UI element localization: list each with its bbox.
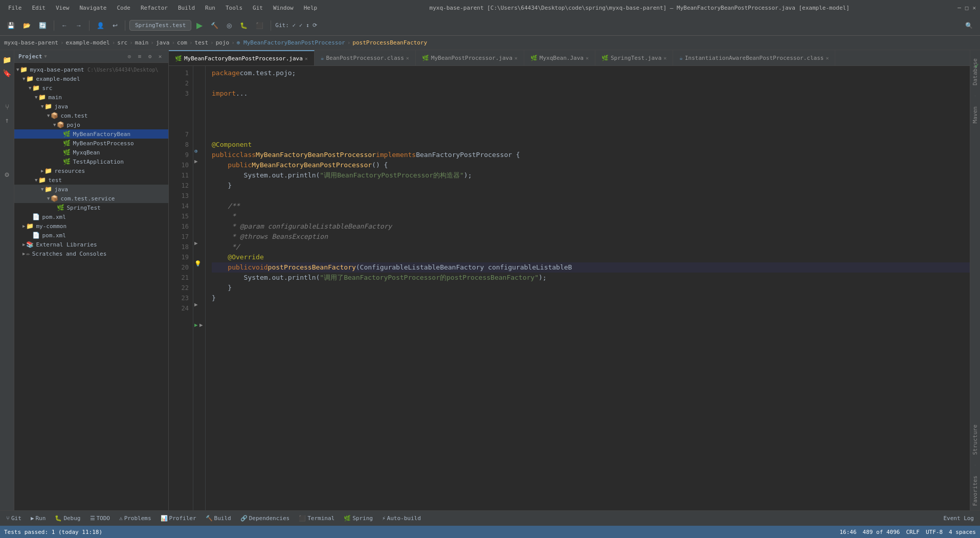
tree-item-comtest[interactable]: ▼ 📦 com.test xyxy=(14,111,168,120)
run-icon-line20[interactable]: ▶ xyxy=(194,322,198,328)
bottom-run-btn[interactable]: ▶ Run xyxy=(27,513,50,523)
toolbar-undo-btn[interactable]: ↩ xyxy=(109,20,121,31)
toolbar-build-btn[interactable]: 🔨 xyxy=(208,20,221,31)
toolbar-stop-btn[interactable]: ⬛ xyxy=(253,20,266,31)
sidebar-icon-git[interactable]: ⑂ xyxy=(2,101,13,113)
tab-close-beanpost[interactable]: ✕ xyxy=(406,55,409,61)
breadcrumb-pojo[interactable]: pojo xyxy=(216,39,230,46)
tree-item-src[interactable]: ▼ 📁 src xyxy=(14,83,168,93)
breadcrumb-root[interactable]: myxq-base-parent xyxy=(4,39,58,46)
tree-item-mycommon[interactable]: ▶ 📁 my-common xyxy=(14,221,168,231)
breadcrumb-method[interactable]: postProcessBeanFactory xyxy=(352,39,427,46)
tree-item-test[interactable]: ▼ 📁 test xyxy=(14,175,168,185)
breadcrumb-src[interactable]: src xyxy=(117,39,127,46)
bottom-profiler-btn[interactable]: 📊 Profiler xyxy=(157,513,201,523)
tree-item-main[interactable]: ▼ 📁 main xyxy=(14,93,168,102)
menu-window[interactable]: Window xyxy=(269,4,298,12)
run-button[interactable]: ▶ xyxy=(193,18,206,32)
project-locate-icon[interactable]: ⊙ xyxy=(125,52,133,60)
tree-item-myxqbean[interactable]: ▶ 🌿 MyxqBean xyxy=(14,148,168,157)
tree-item-java[interactable]: ▼ 📁 java xyxy=(14,102,168,111)
minimize-btn[interactable]: ─ xyxy=(957,5,961,11)
tree-item-root[interactable]: ▼ 📁 myxq-base-parent C:\Users\64434\Desk… xyxy=(14,65,168,74)
rtab-database[interactable]: Database xyxy=(971,54,979,89)
toolbar-user-btn[interactable]: 👤 xyxy=(94,20,107,31)
sidebar-icon-settings[interactable]: ⚙ xyxy=(2,169,13,180)
bottom-terminal-btn[interactable]: ⬛ Terminal xyxy=(295,513,339,523)
rtab-favorites[interactable]: Favorites xyxy=(971,472,979,510)
tab-close-instaware[interactable]: ✕ xyxy=(826,55,829,61)
tab-close-mybeanpostjava[interactable]: ✕ xyxy=(515,55,518,61)
toolbar-search-btn[interactable]: 🔍 xyxy=(962,20,976,31)
tab-instaware[interactable]: ☕ InstantiationAwareBeanPostProcessor.cl… xyxy=(673,50,835,65)
project-collapse-icon[interactable]: ≡ xyxy=(136,52,144,60)
fold-icon-line14[interactable]: ▶ xyxy=(194,240,198,246)
bottom-build-btn[interactable]: 🔨 Build xyxy=(202,513,235,523)
rtab-maven[interactable]: Maven xyxy=(971,102,979,127)
breadcrumb-com[interactable]: com xyxy=(177,39,187,46)
bottom-dependencies-btn[interactable]: 🔗 Dependencies xyxy=(236,513,294,523)
sidebar-icon-commit[interactable]: ↑ xyxy=(2,115,13,126)
menu-refactor[interactable]: Refactor xyxy=(137,4,172,12)
sidebar-icon-project[interactable]: 📁 xyxy=(2,54,13,65)
toolbar-back-btn[interactable]: ← xyxy=(58,20,71,31)
rtab-structure[interactable]: Structure xyxy=(971,420,979,459)
toolbar-forward-btn[interactable]: → xyxy=(73,20,85,31)
tree-item-pojo[interactable]: ▼ 📦 pojo xyxy=(14,120,168,129)
menu-file[interactable]: File xyxy=(4,4,26,12)
bottom-debug-btn[interactable]: 🐛 Debug xyxy=(51,513,84,523)
bulb-icon-line16[interactable]: 💡 xyxy=(194,260,202,267)
run-config-selector[interactable]: SpringTest.test xyxy=(129,20,191,31)
code-editor[interactable]: 1 2 3 7 8 9 10 11 12 13 14 15 16 17 18 1… xyxy=(169,66,970,510)
tab-mybeanpostjava[interactable]: 🌿 MyBeanPostProcessor.java ✕ xyxy=(416,50,524,65)
toolbar-sync-btn[interactable]: 🔄 xyxy=(36,20,50,31)
tree-item-testapp[interactable]: ▶ 🌿 TestApplication xyxy=(14,157,168,166)
tree-item-comtestservice[interactable]: ▼ 📦 com.test.service xyxy=(14,194,168,203)
tab-close-myxqbean[interactable]: ✕ xyxy=(586,55,589,61)
fold-icon-line20[interactable]: ▶ xyxy=(199,322,203,328)
tab-beanpost[interactable]: ☕ BeanPostProcessor.class ✕ xyxy=(315,50,416,65)
tab-myxqbean[interactable]: 🌿 MyxqBean.Java ✕ xyxy=(524,50,595,65)
breadcrumb-module[interactable]: example-model xyxy=(66,39,110,46)
toolbar-debug-btn[interactable]: 🐛 xyxy=(237,20,251,31)
project-settings-icon[interactable]: ⚙ xyxy=(146,52,154,60)
tree-item-mybeanpost[interactable]: ▶ 🌿 MyBeanPostProcesso xyxy=(14,139,168,148)
menu-edit[interactable]: Edit xyxy=(28,4,50,12)
bottom-eventlog-btn[interactable]: Event Log xyxy=(939,513,978,523)
menu-bar[interactable]: File Edit View Navigate Code Refactor Bu… xyxy=(4,4,321,12)
tab-mybeanfactory[interactable]: 🌿 MyBeanFactoryBeanPostProcessor.java ✕ xyxy=(169,50,315,65)
toolbar-open-btn[interactable]: 📂 xyxy=(20,20,34,31)
tree-item-mybeanfactory[interactable]: ▶ 🌿 MyBeanFactoryBean xyxy=(14,129,168,139)
bottom-problems-btn[interactable]: ⚠ Problems xyxy=(115,513,155,523)
project-dropdown-icon[interactable]: ▼ xyxy=(44,54,47,59)
tab-close-mybeanfactory[interactable]: ✕ xyxy=(305,56,308,61)
tab-springtest[interactable]: 🌿 SpringTest.java ✕ xyxy=(595,50,673,65)
breadcrumb-main[interactable]: main xyxy=(135,39,149,46)
bottom-todo-btn[interactable]: ☰ TODO xyxy=(86,513,115,523)
code-content[interactable]: package com.test.pojo; import ... @Compo… xyxy=(206,66,970,510)
bottom-spring-btn[interactable]: 🌿 Spring xyxy=(340,513,377,523)
tree-item-springtest[interactable]: ▶ 🌿 SpringTest xyxy=(14,203,168,212)
project-close-icon[interactable]: ✕ xyxy=(156,52,164,60)
tree-item-extlibs[interactable]: ▶ 📚 External Libraries xyxy=(14,240,168,249)
maximize-btn[interactable]: □ xyxy=(965,5,969,11)
bottom-git-btn[interactable]: ⑂ Git xyxy=(2,513,26,523)
fold-icon-line18[interactable]: ▶ xyxy=(194,301,198,308)
menu-run[interactable]: Run xyxy=(201,4,219,12)
tree-item-pom-root[interactable]: ▶ 📄 pom.xml xyxy=(14,231,168,240)
tree-item-pom-example[interactable]: ▶ 📄 pom.xml xyxy=(14,212,168,221)
fold-icon-line10[interactable]: ▶ xyxy=(194,158,198,165)
menu-navigate[interactable]: Navigate xyxy=(76,4,111,12)
breadcrumb-test[interactable]: test xyxy=(195,39,209,46)
toolbar-new-btn[interactable]: 💾 xyxy=(4,20,18,31)
tree-item-example-model[interactable]: ▼ 📁 example-model xyxy=(14,74,168,83)
window-controls[interactable]: ─ □ ✕ xyxy=(957,5,976,11)
menu-code[interactable]: Code xyxy=(113,4,135,12)
menu-build[interactable]: Build xyxy=(174,4,199,12)
tab-close-springtest[interactable]: ✕ xyxy=(663,55,666,61)
toolbar-coverage-btn[interactable]: ◎ xyxy=(224,20,235,31)
close-btn[interactable]: ✕ xyxy=(972,5,976,11)
tree-item-java-test[interactable]: ▼ 📁 java xyxy=(14,185,168,194)
breadcrumb-class[interactable]: ⊕ MyBeanFactoryBeanPostProcessor xyxy=(237,39,345,46)
menu-git[interactable]: Git xyxy=(249,4,267,12)
